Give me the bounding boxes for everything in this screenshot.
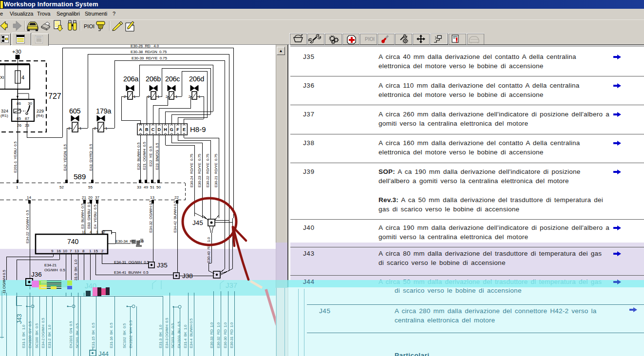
svg-text:E30-32 RD 1.0: E30-32 RD 1.0 (216, 322, 221, 348)
svg-text:D: D (157, 127, 161, 132)
svg-text:B: B (145, 127, 149, 132)
svg-text:E34-21: E34-21 (44, 263, 57, 267)
svg-text:EKJ101 GN 0.5: EKJ101 GN 0.5 (69, 321, 73, 348)
svg-text:E31-1 BK 1.0: E31-1 BK 1.0 (21, 324, 26, 348)
svg-text:E4 YE/BU 0.5: E4 YE/BU 0.5 (93, 204, 97, 229)
svg-text:-11 OG/WH 0.5: -11 OG/WH 0.5 (2, 270, 6, 295)
svg-text:13: 13 (75, 249, 79, 253)
svg-text:E3 BU/WH 0.5: E3 BU/WH 0.5 (80, 203, 85, 229)
svg-text:206c: 206c (165, 75, 180, 83)
svg-text:324: 324 (1, 109, 8, 113)
svg-text:229: 229 (37, 109, 44, 113)
svg-text:E34-3 OG/WH 0.5: E34-3 OG/WH 0.5 (165, 318, 169, 348)
svg-text:A: A (139, 127, 142, 132)
svg-text:1: 1 (133, 94, 136, 99)
svg-text:11: 11 (82, 230, 86, 234)
svg-text:C: C (152, 127, 155, 132)
svg-text:1: 1 (89, 249, 92, 253)
svg-text:E31-2 BK 1.0: E31-2 BK 1.0 (47, 324, 52, 348)
svg-text:E30-40 RD 1.0: E30-40 RD 1.0 (207, 237, 211, 263)
svg-text:E42 YE/GN 0.5: E42 YE/GN 0.5 (63, 144, 67, 171)
svg-text:E31-3 BK 1.0: E31-3 BK 1.0 (158, 324, 163, 348)
svg-text:E43 GY/RD 0.5: E43 GY/RD 0.5 (89, 144, 93, 171)
svg-text:87: 87 (25, 116, 29, 121)
svg-text:E31-15 BK 0.5: E31-15 BK 0.5 (91, 322, 95, 348)
svg-text:E30-23 RD/YE 0.75: E30-23 RD/YE 0.75 (197, 153, 202, 187)
svg-text:50: 50 (156, 185, 161, 189)
svg-text:15: 15 (94, 249, 98, 253)
svg-text:SC101 BK 0.5: SC101 BK 0.5 (75, 323, 79, 348)
svg-text:16: 16 (57, 249, 61, 253)
svg-text:E22 YE 0.5: E22 YE 0.5 (149, 146, 153, 167)
svg-text:2: 2 (94, 126, 96, 131)
svg-text:EKJ102 WH 0.5: EKJ102 WH 0.5 (129, 320, 133, 348)
svg-text:1: 1 (105, 126, 108, 131)
svg-text:13: 13 (150, 195, 154, 200)
svg-text:E21 OG/WH 0.5: E21 OG/WH 0.5 (142, 141, 147, 170)
svg-text:(R1): (R1) (0, 113, 8, 118)
svg-text:31-9 BK 1.0: 31-9 BK 1.0 (74, 259, 78, 281)
svg-text:10: 10 (63, 249, 67, 253)
svg-text:14: 14 (27, 195, 31, 200)
svg-text:E31-16 BK 0.5: E31-16 BK 0.5 (109, 322, 114, 348)
svg-text:J45: J45 (192, 219, 203, 226)
svg-text:740: 740 (67, 238, 79, 245)
svg-text:3: 3 (96, 230, 98, 234)
svg-text:1: 1 (79, 126, 82, 131)
svg-text:37: 37 (95, 195, 99, 200)
svg-text:49: 49 (144, 185, 148, 189)
svg-text:1: 1 (175, 94, 178, 99)
svg-text:85: 85 (17, 116, 21, 121)
svg-text:179a: 179a (96, 107, 112, 115)
svg-text:G: G (170, 127, 173, 132)
svg-text:4: 4 (21, 75, 24, 80)
svg-text:+30: +30 (12, 49, 21, 55)
svg-text:30: 30 (28, 101, 32, 106)
svg-text:(R4): (R4) (36, 113, 44, 118)
svg-text:26: 26 (17, 123, 21, 128)
svg-text:E30-21 RD/YE 0.75: E30-21 RD/YE 0.75 (214, 153, 218, 187)
svg-text:E34-42 BU/WH 0.5: E34-42 BU/WH 0.5 (173, 201, 177, 233)
svg-text:8: 8 (82, 249, 85, 253)
svg-text:E34-31 OG/WH 0.5: E34-31 OG/WH 0.5 (114, 260, 150, 264)
svg-text:PIOI: PIOI (84, 23, 95, 29)
svg-text:J44: J44 (98, 350, 109, 356)
svg-text:E30-34 RD 1.0: E30-34 RD 1.0 (115, 239, 144, 244)
svg-text:1: 1 (157, 94, 160, 99)
svg-text:PIOI: PIOI (365, 37, 375, 42)
svg-text:E30-22 RD/YE 0.75: E30-22 RD/YE 0.75 (206, 153, 210, 187)
svg-text:2: 2 (189, 94, 191, 99)
svg-text:727: 727 (48, 92, 61, 100)
svg-text:2: 2 (166, 94, 168, 99)
svg-text:E30-31 RD 1.0: E30-31 RD 1.0 (229, 322, 234, 348)
svg-text:9: 9 (51, 249, 54, 253)
svg-text:F: F (176, 127, 179, 132)
svg-text:605: 605 (69, 107, 81, 115)
svg-text:55: 55 (88, 185, 93, 189)
svg-text:33: 33 (137, 185, 141, 189)
svg-text:J38: J38 (182, 272, 193, 280)
svg-text:E30-24 RD/YE 0.75: E30-24 RD/YE 0.75 (189, 153, 194, 187)
svg-text:1: 1 (16, 185, 19, 189)
svg-text:7: 7 (70, 249, 72, 253)
svg-text:23: 23 (25, 123, 29, 128)
svg-text:E30-30 RD 1.0: E30-30 RD 1.0 (223, 322, 227, 348)
svg-text:20: 20 (88, 195, 93, 200)
svg-text:E34-41 BU/WH 0.5: E34-41 BU/WH 0.5 (114, 270, 149, 275)
svg-text:52: 52 (59, 185, 64, 189)
svg-text:206d: 206d (189, 75, 204, 83)
svg-text:E34-2 OG/WH 0.5: E34-2 OG/WH 0.5 (41, 318, 45, 348)
svg-text:EKJ103 BU 0.5: EKJ103 BU 0.5 (177, 321, 181, 348)
svg-text:E: E (183, 127, 186, 132)
svg-text:SC100 BK 0.5: SC100 BK 0.5 (35, 323, 39, 348)
svg-text:86: 86 (17, 101, 21, 106)
svg-text:2: 2 (68, 126, 71, 131)
svg-text:J43: J43 (16, 314, 23, 324)
svg-text:E30-26 RD 4.0: E30-26 RD 4.0 (131, 45, 159, 48)
svg-text:J36: J36 (31, 271, 42, 278)
svg-text:E34-32 OG/WH 0.5: E34-32 OG/WH 0.5 (149, 200, 153, 233)
svg-text:H: H (164, 127, 167, 132)
svg-text:XI: XI (0, 75, 4, 80)
svg-text:206a: 206a (123, 75, 139, 83)
svg-text:2: 2 (124, 94, 126, 99)
